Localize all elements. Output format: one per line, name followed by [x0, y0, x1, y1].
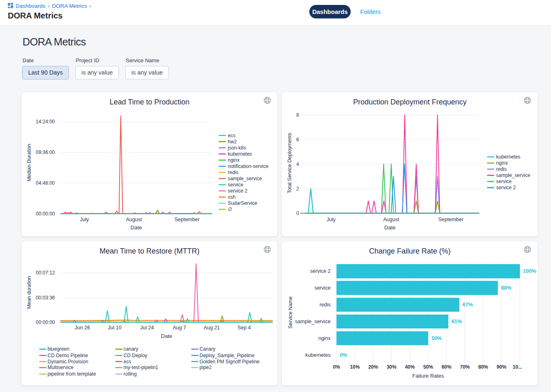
svg-text:redis: redis: [496, 166, 507, 172]
svg-text:kubernetes: kubernetes: [228, 151, 252, 157]
svg-text:kubernetes: kubernetes: [496, 154, 520, 160]
svg-text:Aug 7: Aug 7: [173, 325, 186, 331]
svg-text:80%: 80%: [478, 364, 488, 370]
svg-text:10%: 10%: [350, 364, 360, 370]
svg-text:August: August: [383, 217, 399, 222]
svg-text:July: July: [80, 217, 89, 222]
svg-text:∅: ∅: [228, 206, 232, 212]
svg-text:Total Service Deployments: Total Service Deployments: [287, 133, 293, 193]
svg-text:Mean Time to Restore (MTTR): Mean Time to Restore (MTTR): [100, 247, 200, 255]
svg-text:Jul 24: Jul 24: [140, 325, 154, 331]
svg-text:50%: 50%: [423, 364, 433, 370]
svg-text:Date: Date: [384, 224, 395, 231]
svg-text:ecs: ecs: [124, 359, 132, 365]
svg-text:00:00:00: 00:00:00: [36, 211, 55, 217]
svg-text:Dynamic Provision: Dynamic Provision: [48, 359, 88, 365]
svg-text:hw2: hw2: [228, 139, 237, 145]
svg-text:100%: 100%: [523, 268, 536, 274]
svg-text:2: 2: [296, 186, 299, 192]
svg-text:nginx: nginx: [228, 157, 240, 163]
svg-text:67%: 67%: [463, 302, 473, 308]
svg-text:ssh: ssh: [228, 194, 236, 200]
svg-text:sample_service: sample_service: [228, 176, 262, 181]
svg-text:pipe2: pipe2: [200, 365, 212, 370]
svg-text:6: 6: [296, 137, 299, 143]
svg-text:notification-service: notification-service: [228, 163, 269, 169]
svg-text:September: September: [175, 217, 200, 222]
svg-text:20%: 20%: [368, 364, 378, 370]
svg-text:SudarService: SudarService: [228, 200, 257, 206]
svg-text:json-k8s: json-k8s: [227, 145, 246, 151]
svg-text:sample_service: sample_service: [496, 172, 531, 178]
svg-text:14:24:00: 14:24:00: [36, 119, 55, 125]
svg-text:September: September: [438, 217, 463, 222]
svg-text:88%: 88%: [501, 285, 511, 291]
svg-text:July: July: [327, 217, 336, 222]
svg-text:redis: redis: [320, 302, 331, 308]
svg-text:0%: 0%: [333, 364, 340, 370]
svg-text:Date: Date: [131, 224, 142, 231]
svg-text:nginx: nginx: [496, 160, 508, 166]
svg-text:service: service: [228, 182, 243, 188]
svg-text:60%: 60%: [442, 364, 451, 370]
svg-text:61%: 61%: [451, 319, 462, 324]
svg-text:0: 0: [296, 211, 299, 216]
svg-text:0%: 0%: [340, 352, 347, 358]
svg-text:09:36:00: 09:36:00: [36, 150, 55, 155]
svg-text:Aug 21: Aug 21: [204, 325, 220, 331]
svg-text:Median Duration: Median Duration: [26, 144, 32, 181]
svg-text:Sep 4: Sep 4: [238, 325, 251, 331]
svg-text:Lead Time to Production: Lead Time to Production: [109, 98, 189, 106]
svg-text:service: service: [314, 285, 331, 291]
svg-text:kubernetes: kubernetes: [305, 352, 331, 358]
svg-text:my-test-pipelin1: my-test-pipelin1: [124, 365, 159, 370]
svg-text:service 2: service 2: [228, 188, 247, 194]
svg-text:ecs: ecs: [228, 133, 236, 138]
svg-text:70%: 70%: [460, 364, 470, 370]
svg-text:00:03:36: 00:03:36: [36, 295, 55, 301]
svg-text:nginx: nginx: [318, 335, 331, 341]
svg-text:service: service: [496, 179, 512, 184]
svg-text:Jun 26: Jun 26: [75, 325, 90, 331]
svg-text:Production Deployment Frequenc: Production Deployment Frequency: [353, 98, 467, 106]
svg-text:50%: 50%: [431, 335, 442, 341]
svg-text:redis: redis: [228, 170, 238, 175]
svg-text:00:00:00: 00:00:00: [36, 319, 55, 325]
svg-text:Multiservice: Multiservice: [48, 365, 74, 370]
svg-text:4: 4: [296, 161, 299, 167]
svg-text:40%: 40%: [405, 364, 415, 370]
svg-text:bluegreen: bluegreen: [48, 346, 69, 352]
svg-text:CD Demo Pipeline: CD Demo Pipeline: [48, 353, 88, 358]
svg-text:Jul 10: Jul 10: [108, 325, 121, 331]
svg-text:canary: canary: [124, 346, 138, 352]
svg-text:Deploy_Sample_Pipeline: Deploy_Sample_Pipeline: [200, 353, 254, 358]
svg-text:Golden PM Signoff Pipeline: Golden PM Signoff Pipeline: [200, 359, 260, 365]
svg-text:Date: Date: [161, 333, 172, 339]
svg-text:rolling: rolling: [124, 371, 137, 377]
svg-text:Mean duration: Mean duration: [26, 276, 32, 309]
svg-text:Service Name: Service Name: [288, 297, 293, 329]
svg-text:pipeline from template: pipeline from template: [48, 371, 96, 377]
svg-text:CD Deploy: CD Deploy: [124, 353, 147, 358]
svg-text:August: August: [126, 217, 142, 222]
svg-text:90%: 90%: [497, 364, 506, 370]
svg-text:8: 8: [296, 112, 299, 118]
svg-text:10...: 10...: [512, 364, 522, 370]
svg-text:30%: 30%: [387, 364, 397, 370]
svg-text:00:07:12: 00:07:12: [36, 270, 55, 276]
svg-text:service 2: service 2: [310, 268, 331, 274]
svg-text:Canary: Canary: [200, 346, 215, 352]
svg-text:04:48:00: 04:48:00: [36, 180, 55, 186]
svg-text:service 2: service 2: [496, 185, 516, 190]
svg-text:Failure Rates: Failure Rates: [413, 373, 444, 379]
svg-text:Change Failure Rate (%): Change Failure Rate (%): [369, 247, 451, 255]
svg-text:sample_service: sample_service: [295, 319, 331, 324]
